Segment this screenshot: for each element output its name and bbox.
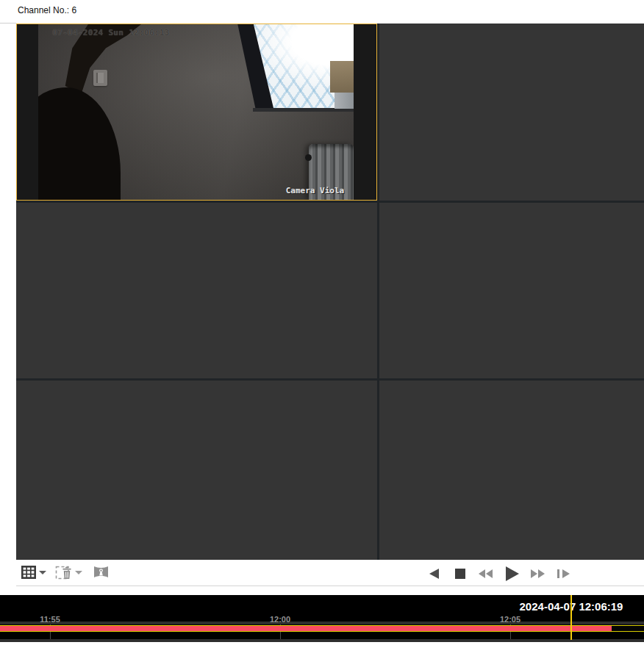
stop-icon (455, 569, 465, 579)
stop-all-playback-button[interactable] (55, 563, 74, 581)
clear-screen-trash-icon (55, 563, 74, 581)
video-dark-object (38, 87, 121, 200)
video-box-object (330, 61, 354, 93)
rewind-icon (479, 569, 493, 578)
recording-segment[interactable] (0, 626, 612, 631)
video-cell-empty[interactable] (379, 203, 644, 378)
playhead-cursor[interactable] (570, 595, 572, 640)
fast-forward-button[interactable] (531, 569, 545, 578)
video-radiator-knob (305, 154, 312, 161)
stop-all-dropdown-caret[interactable] (75, 571, 82, 574)
window-division-dropdown-caret[interactable] (39, 571, 46, 574)
video-cell-empty[interactable] (16, 381, 377, 560)
slow-forward-button[interactable] (479, 569, 493, 578)
video-osd-timestamp: 07-04-2024 Sun 12:06:13 (52, 28, 169, 37)
timeline-ruler-strip-top (0, 621, 644, 624)
reverse-play-button[interactable] (429, 569, 439, 579)
window-division-button[interactable] (21, 564, 37, 580)
timeline-tick-label: 11:55 (40, 615, 60, 624)
video-grid: 07-04-2024 Sun 12:06:13 Camera Viola (16, 24, 644, 560)
camera-video-feed[interactable]: 07-04-2024 Sun 12:06:13 Camera Viola (38, 24, 354, 200)
panel-divider (0, 23, 16, 24)
fisheye-icon (93, 565, 109, 579)
video-cell-active[interactable]: 07-04-2024 Sun 12:06:13 Camera Viola (16, 24, 377, 201)
reverse-play-icon (429, 569, 439, 579)
video-cell-empty[interactable] (379, 24, 644, 201)
video-box-object-2 (334, 93, 354, 109)
video-light-switch (93, 70, 107, 86)
single-frame-button[interactable] (557, 569, 570, 578)
fast-forward-icon (531, 569, 545, 578)
playback-window: Channel No.: 6 07-04-2024 Sun 12:06:13 C… (0, 0, 644, 645)
video-camera-name-label: Camera Viola (286, 186, 344, 195)
video-cell-empty[interactable] (379, 381, 644, 560)
fisheye-expansion-button[interactable] (93, 565, 109, 579)
timeline-track[interactable] (0, 625, 644, 632)
channel-label: Channel No.: 6 (18, 5, 76, 15)
playback-toolbar (16, 560, 644, 586)
single-frame-step-icon (557, 569, 570, 578)
timeline-tick-label: 12:05 (500, 615, 520, 624)
play-icon (506, 566, 519, 581)
timeline-tick-label: 12:00 (270, 615, 290, 624)
stop-button[interactable] (455, 569, 465, 579)
grid-layout-icon (21, 564, 37, 580)
video-cell-empty[interactable] (16, 203, 377, 378)
timeline-ruler-strip-bottom (0, 639, 644, 642)
playback-timeline[interactable]: 11:55 12:00 12:05 2024-04-07 12:06:19 (0, 595, 644, 642)
play-button[interactable] (506, 566, 519, 581)
